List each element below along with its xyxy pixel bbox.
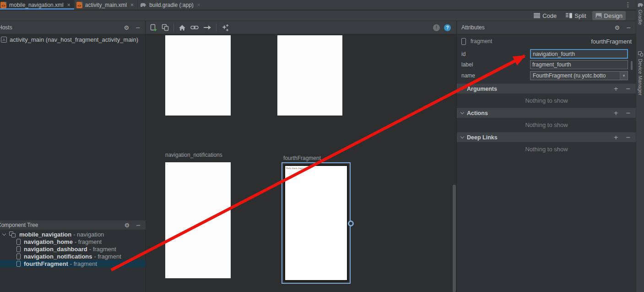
new-destination-icon[interactable] bbox=[150, 24, 157, 31]
add-icon[interactable]: + bbox=[613, 134, 618, 141]
design-mode-button[interactable]: Design bbox=[592, 11, 626, 20]
tab-mobile-navigation-xml[interactable]: <> mobile_navigation.xml × bbox=[0, 0, 75, 10]
arguments-section-header[interactable]: Arguments + − bbox=[457, 83, 636, 94]
label-input[interactable] bbox=[530, 60, 628, 69]
tree-item-fourth-fragment[interactable]: fourthFragment- fragment bbox=[0, 260, 146, 267]
help-icon[interactable]: ? bbox=[444, 24, 451, 31]
xml-file-icon: <> bbox=[0, 2, 6, 8]
editor-mode-bar: Code Split Design bbox=[0, 11, 636, 21]
activity-layout-icon: A bbox=[1, 37, 7, 43]
tab-label: mobile_navigation.xml bbox=[9, 2, 64, 8]
android-studio-window: <> mobile_navigation.xml × <> activity_m… bbox=[0, 0, 644, 292]
host-item-activity-main[interactable]: A activity_main (nav_host_fragment_activ… bbox=[0, 34, 145, 45]
tab-activity-main-xml[interactable]: <> activity_main.xml × bbox=[75, 0, 138, 10]
add-icon[interactable]: + bbox=[613, 110, 618, 116]
device-manager-tool-button[interactable]: Device Manager bbox=[636, 51, 644, 95]
gradle-elephant-icon bbox=[140, 2, 146, 7]
tree-item-text: navigation_dashboard- fragment bbox=[24, 246, 116, 253]
toolbar-separator bbox=[216, 24, 216, 31]
attributes-panel: Attributes ⚙ − fragment fourthFragment i… bbox=[456, 21, 636, 292]
chevron-down-icon: ▼ bbox=[620, 72, 628, 80]
hosts-panel-title: Hosts bbox=[0, 24, 12, 31]
tree-item-text: navigation_home- fragment bbox=[24, 238, 102, 245]
warnings-icon[interactable]: ! bbox=[433, 24, 440, 31]
id-input[interactable] bbox=[530, 49, 628, 59]
name-field-label: name bbox=[457, 72, 475, 79]
component-id: fourthFragment bbox=[591, 38, 636, 45]
tree-item-text: fourthFragment- fragment bbox=[24, 260, 97, 267]
attributes-scrollbar[interactable] bbox=[631, 61, 633, 70]
name-dropdown[interactable]: FourthFragment (ru.yotc.botto ▼ bbox=[530, 71, 628, 80]
destination-label-fourth: fourthFragment bbox=[283, 155, 321, 161]
tab-build-gradle[interactable]: build.gradle (:app) × bbox=[138, 0, 204, 10]
device-manager-tool-label: Device Manager bbox=[638, 59, 643, 95]
tree-item-navigation-notifications[interactable]: navigation_notifications- fragment bbox=[0, 253, 146, 260]
tab-label: build.gradle (:app) bbox=[149, 2, 194, 8]
fragment-icon bbox=[16, 253, 21, 259]
action-handle-icon[interactable] bbox=[348, 220, 354, 226]
fragment-preview-home[interactable] bbox=[165, 35, 231, 116]
close-tab-icon[interactable]: × bbox=[67, 2, 70, 8]
fragment-preview-dashboard[interactable] bbox=[277, 35, 342, 116]
fragment-icon bbox=[16, 261, 21, 267]
close-tab-icon[interactable]: × bbox=[130, 2, 134, 8]
fragment-preview-content: Hello blank fragment bbox=[284, 165, 348, 281]
minimize-icon[interactable]: − bbox=[626, 24, 631, 31]
gradle-elephant-icon bbox=[637, 2, 644, 7]
gear-icon[interactable]: ⚙ bbox=[124, 222, 130, 229]
arguments-section-title: Arguments bbox=[467, 86, 497, 92]
minimize-icon[interactable]: − bbox=[135, 24, 141, 31]
split-icon bbox=[566, 13, 572, 18]
code-mode-button[interactable]: Code bbox=[530, 11, 560, 20]
tree-item-navigation-home[interactable]: navigation_home- fragment bbox=[0, 238, 146, 245]
xml-file-icon: <> bbox=[76, 2, 82, 8]
hosts-panel-header: Hosts ⚙ − bbox=[0, 21, 145, 34]
attributes-header: Attributes ⚙ − bbox=[457, 21, 636, 34]
remove-icon[interactable]: − bbox=[626, 110, 631, 116]
component-tree-header: Component Tree ⚙ − bbox=[0, 220, 146, 230]
chevron-down-icon bbox=[460, 110, 464, 114]
toolbar-separator bbox=[173, 24, 174, 31]
xml-tag-glyph: <> bbox=[77, 4, 81, 8]
actions-section-header[interactable]: Actions + − bbox=[457, 108, 636, 118]
xml-tag-glyph: <> bbox=[1, 4, 5, 8]
nav-graph-canvas[interactable]: navigation_notifications fourthFragment … bbox=[146, 35, 456, 292]
chevron-down-icon[interactable] bbox=[2, 231, 6, 235]
split-mode-button[interactable]: Split bbox=[563, 11, 589, 20]
fragment-preview-notifications[interactable] bbox=[165, 162, 231, 278]
remove-icon[interactable]: − bbox=[626, 134, 631, 141]
tree-item-mobile-navigation[interactable]: mobile_navigation- navigation bbox=[0, 231, 146, 238]
canvas-scrollbar[interactable] bbox=[453, 185, 456, 292]
left-tool-panels: Hosts ⚙ − A activity_main (nav_host_frag… bbox=[0, 21, 146, 292]
deep-links-section-header[interactable]: Deep Links + − bbox=[457, 132, 636, 142]
deep-links-section-title: Deep Links bbox=[467, 134, 498, 141]
gradle-tool-button[interactable]: Gradle bbox=[636, 2, 644, 25]
home-icon[interactable] bbox=[179, 24, 186, 31]
fragment-preview-fourth-selected[interactable]: Hello blank fragment bbox=[281, 162, 351, 284]
label-field-label: label bbox=[457, 61, 473, 68]
deep-links-empty-message: Nothing to show bbox=[457, 146, 636, 153]
minimize-icon[interactable]: − bbox=[136, 222, 141, 229]
id-field-label: id bbox=[457, 51, 465, 57]
fragment-icon bbox=[16, 246, 21, 252]
id-field-row: id bbox=[457, 49, 636, 59]
actions-section-title: Actions bbox=[467, 110, 488, 116]
auto-arrange-icon[interactable] bbox=[221, 24, 229, 32]
code-icon bbox=[534, 13, 540, 18]
link-icon[interactable] bbox=[190, 24, 199, 31]
close-tab-icon[interactable]: × bbox=[197, 2, 200, 8]
nav-editor-toolbar: ! ? bbox=[146, 21, 456, 34]
tree-item-navigation-dashboard[interactable]: navigation_dashboard- fragment bbox=[0, 245, 146, 253]
gear-icon[interactable]: ⚙ bbox=[614, 24, 620, 31]
remove-icon[interactable]: − bbox=[626, 85, 631, 92]
overflow-menu-icon[interactable]: ⋮ bbox=[625, 1, 631, 8]
component-tree-title: Component Tree bbox=[0, 222, 38, 228]
fragment-icon bbox=[16, 239, 21, 245]
nested-graph-icon[interactable] bbox=[162, 24, 169, 31]
action-arrow-icon[interactable] bbox=[203, 25, 211, 30]
gradle-tool-label: Gradle bbox=[638, 10, 643, 25]
design-icon bbox=[595, 13, 602, 18]
gear-icon[interactable]: ⚙ bbox=[124, 24, 129, 31]
add-icon[interactable]: + bbox=[613, 85, 618, 92]
actions-empty-message: Nothing to show bbox=[457, 121, 636, 128]
